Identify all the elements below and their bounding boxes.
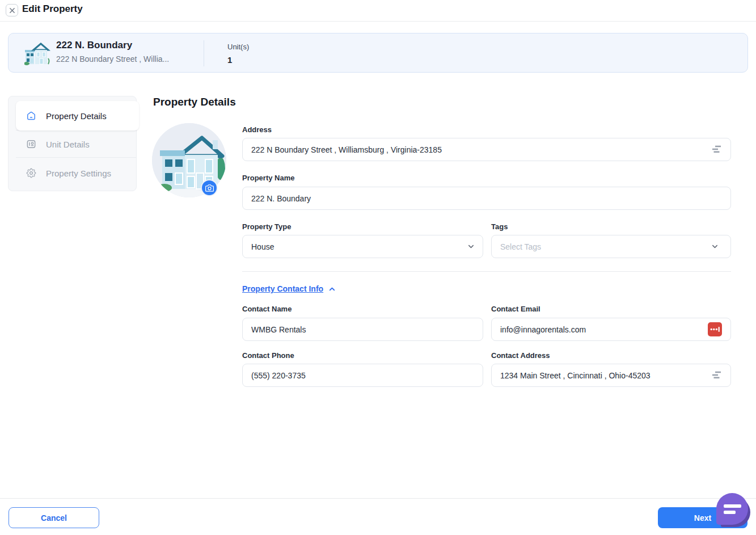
property-summary-bar: 222 N. Boundary 222 N Boundary Street , … (8, 33, 748, 73)
section-divider (242, 271, 731, 272)
password-manager-extension-icon[interactable] (708, 322, 722, 336)
camera-icon (205, 184, 214, 192)
change-photo-button[interactable] (201, 179, 218, 196)
sidebar-item-property-settings[interactable]: Property Settings (9, 158, 136, 188)
units-label: Unit(s) (227, 43, 249, 51)
summary-property-address: 222 N Boundary Street , Willia... (56, 54, 169, 64)
edit-property-page: Edit Property 222 N. Boundary 222 N Boun… (0, 0, 756, 535)
chat-widget-button[interactable] (716, 493, 748, 525)
home-icon (26, 110, 37, 121)
chat-bubble-icon (724, 504, 741, 508)
units-value: 1 (227, 55, 232, 65)
page-header: Edit Property (0, 0, 756, 22)
footer-divider (0, 498, 756, 499)
contact-name-label: Contact Name (242, 305, 292, 313)
sidebar-item-label: Property Settings (46, 168, 111, 178)
property-name-label: Property Name (242, 174, 294, 182)
sidebar-item-property-details[interactable]: Property Details (16, 101, 139, 130)
property-contact-info-toggle[interactable]: Property Contact Info (242, 284, 336, 293)
contact-email-input[interactable] (491, 318, 731, 341)
address-lines-icon[interactable] (710, 368, 724, 382)
sidebar-item-label: Unit Details (46, 140, 90, 149)
cancel-button[interactable]: Cancel (9, 507, 99, 528)
contact-phone-input[interactable] (242, 364, 483, 387)
sidebar-item-unit-details[interactable]: Unit Details (9, 130, 136, 158)
address-label: Address (242, 125, 272, 134)
section-title: Property Details (153, 96, 236, 108)
contact-address-label: Contact Address (491, 351, 550, 360)
summary-divider (204, 40, 204, 66)
chevron-down-icon (467, 242, 475, 251)
tags-label: Tags (491, 222, 508, 231)
close-button[interactable] (6, 4, 18, 16)
contact-email-label: Contact Email (491, 305, 540, 313)
property-house-icon (24, 43, 50, 65)
tags-select[interactable] (491, 235, 731, 258)
contact-phone-label: Contact Phone (242, 351, 294, 360)
address-lines-icon[interactable] (710, 142, 724, 156)
address-input[interactable] (242, 138, 731, 161)
summary-property-name: 222 N. Boundary (56, 40, 132, 51)
chevron-down-icon (711, 242, 719, 251)
property-name-input[interactable] (242, 187, 731, 210)
close-icon (9, 7, 15, 14)
unit-icon (26, 138, 37, 150)
page-title: Edit Property (22, 3, 83, 15)
sidebar-item-label: Property Details (46, 111, 107, 121)
contact-address-input[interactable] (491, 364, 731, 387)
chat-bubble-icon (724, 511, 736, 514)
property-type-select[interactable] (242, 235, 483, 258)
contact-name-input[interactable] (242, 318, 483, 341)
gear-icon (26, 167, 37, 179)
edit-property-sidebar: Property Details Unit Details Property S… (8, 96, 137, 191)
chevron-up-icon (328, 285, 336, 293)
property-type-label: Property Type (242, 222, 291, 231)
property-contact-info-label: Property Contact Info (242, 284, 323, 293)
